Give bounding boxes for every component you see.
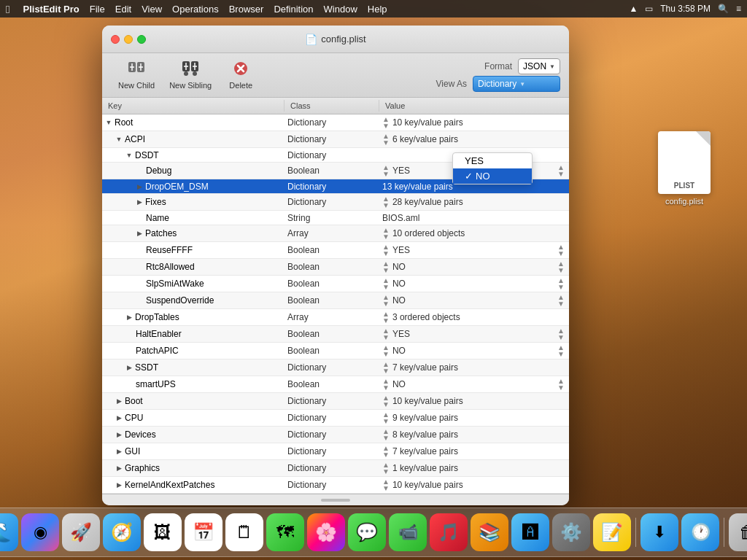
- table-row[interactable]: Rtc8AllowedBoolean▲▼NO▲▼: [102, 259, 569, 276]
- dock-preferences[interactable]: ⚙️: [552, 513, 590, 551]
- close-button[interactable]: [111, 35, 120, 44]
- dock-facetime[interactable]: 📹: [389, 513, 427, 551]
- disclosure-triangle[interactable]: ▶: [125, 364, 133, 371]
- format-select[interactable]: JSON ▼: [518, 58, 560, 74]
- stepper-control[interactable]: ▲▼: [382, 378, 390, 391]
- menu-operations[interactable]: Operations: [172, 4, 219, 15]
- disclosure-triangle[interactable]: ▶: [136, 230, 143, 237]
- dock-photos-app[interactable]: 🖼: [144, 513, 182, 551]
- table-row[interactable]: ▶GraphicsDictionary▲▼1 key/value pairs: [102, 460, 569, 477]
- disclosure-triangle[interactable]: ▶: [115, 431, 123, 438]
- dock-reminders[interactable]: 🗒: [225, 513, 263, 551]
- right-stepper[interactable]: ▲▼: [557, 244, 565, 257]
- maximize-button[interactable]: [137, 35, 146, 44]
- right-stepper[interactable]: ▲▼: [557, 260, 565, 273]
- disclosure-triangle[interactable]: ▶: [115, 397, 123, 405]
- dock-finder[interactable]: 🌊: [0, 513, 18, 551]
- right-stepper[interactable]: ▲▼: [557, 327, 565, 341]
- menu-definition[interactable]: Definition: [274, 4, 313, 15]
- menu-file[interactable]: File: [90, 4, 105, 15]
- boolean-dropdown[interactable]: YES ✓ NO: [452, 152, 533, 184]
- dock-maps[interactable]: 🗺: [266, 513, 304, 551]
- stepper-control[interactable]: ▲▼: [382, 227, 390, 240]
- table-row[interactable]: ▶DropTablesArray▲▼3 ordered objects: [102, 309, 569, 326]
- table-row[interactable]: NameStringBIOS.aml: [102, 211, 569, 225]
- table-row[interactable]: ▼ACPIDictionary▲▼6 key/value pairs: [102, 131, 569, 148]
- right-stepper[interactable]: ▲▼: [557, 294, 565, 307]
- dock-calendar[interactable]: 📅: [185, 513, 222, 551]
- stepper-control[interactable]: ▲▼: [382, 445, 390, 458]
- dock-music[interactable]: 🎵: [430, 513, 468, 551]
- table-row[interactable]: ▶CPUDictionary▲▼9 key/value pairs: [102, 410, 569, 427]
- dock-appstore2[interactable]: ⬇: [640, 513, 678, 551]
- disclosure-triangle[interactable]: ▶: [136, 198, 143, 206]
- stepper-control[interactable]: ▲▼: [382, 244, 390, 257]
- disclosure-triangle[interactable]: ▶: [125, 314, 133, 321]
- dropdown-yes[interactable]: YES: [453, 153, 532, 168]
- stepper-control[interactable]: ▲▼: [382, 294, 390, 307]
- dock-safari[interactable]: 🧭: [103, 513, 141, 551]
- stepper-control[interactable]: ▲▼: [382, 260, 390, 273]
- view-as-select[interactable]: Dictionary ▼: [473, 76, 560, 92]
- dock-appstore[interactable]: 🅰: [511, 513, 549, 551]
- stepper-control[interactable]: ▲▼: [382, 478, 390, 491]
- dock-notes[interactable]: 📝: [593, 513, 631, 551]
- table-row[interactable]: smartUPSBoolean▲▼NO▲▼: [102, 376, 569, 393]
- app-name[interactable]: PlistEdit Pro: [23, 4, 79, 15]
- minimize-button[interactable]: [124, 35, 133, 44]
- stepper-control[interactable]: ▲▼: [382, 133, 390, 146]
- table-row[interactable]: ▶GUIDictionary▲▼7 key/value pairs: [102, 443, 569, 460]
- right-stepper[interactable]: ▲▼: [557, 344, 565, 357]
- tree-content[interactable]: ▼RootDictionary▲▼10 key/value pairs▼ACPI…: [102, 114, 569, 494]
- table-row[interactable]: ▼RootDictionary▲▼10 key/value pairs: [102, 114, 569, 131]
- disclosure-triangle[interactable]: ▶: [115, 448, 123, 455]
- disclosure-triangle[interactable]: ▶: [115, 414, 123, 421]
- table-row[interactable]: ReuseFFFFBoolean▲▼YES▲▼: [102, 242, 569, 259]
- menu-icon[interactable]: ≡: [736, 4, 741, 14]
- stepper-control[interactable]: ▲▼: [382, 327, 390, 341]
- dock-books[interactable]: 📚: [471, 513, 508, 551]
- new-sibling-button[interactable]: New Sibling: [162, 58, 219, 93]
- disclosure-triangle[interactable]: ▶: [136, 183, 143, 190]
- dropdown-no[interactable]: ✓ NO: [453, 168, 532, 184]
- disclosure-triangle[interactable]: ▼: [125, 152, 133, 159]
- table-row[interactable]: ▶FixesDictionary▲▼28 key/value pairs: [102, 194, 569, 211]
- table-row[interactable]: PatchAPICBoolean▲▼NO▲▼: [102, 343, 569, 359]
- dock-trash[interactable]: 🗑: [729, 513, 747, 551]
- table-row[interactable]: SlpSmiAtWakeBoolean▲▼NO▲▼: [102, 276, 569, 292]
- menu-browser[interactable]: Browser: [229, 4, 264, 15]
- apple-menu[interactable]: : [6, 3, 9, 15]
- table-row[interactable]: HaltEnablerBoolean▲▼YES▲▼: [102, 326, 569, 343]
- table-row[interactable]: SuspendOverrideBoolean▲▼NO▲▼: [102, 292, 569, 309]
- table-row[interactable]: ▶SSDTDictionary▲▼7 key/value pairs: [102, 359, 569, 376]
- right-stepper[interactable]: ▲▼: [557, 277, 565, 290]
- menu-edit[interactable]: Edit: [115, 4, 131, 15]
- table-row[interactable]: ▶PatchesArray▲▼10 ordered objects: [102, 225, 569, 242]
- menu-window[interactable]: Window: [324, 4, 357, 15]
- new-child-button[interactable]: New Child: [111, 58, 162, 93]
- stepper-control[interactable]: ▲▼: [382, 311, 390, 324]
- stepper-control[interactable]: ▲▼: [382, 344, 390, 357]
- disclosure-triangle[interactable]: ▶: [115, 481, 123, 489]
- dock-launchpad[interactable]: 🚀: [62, 513, 100, 551]
- table-row[interactable]: ▶KernelAndKextPatchesDictionary▲▼10 key/…: [102, 477, 569, 494]
- stepper-control[interactable]: ▲▼: [382, 361, 390, 374]
- stepper-control[interactable]: ▲▼: [382, 394, 390, 408]
- table-row[interactable]: ▶BootDictionary▲▼10 key/value pairs: [102, 393, 569, 410]
- stepper-control[interactable]: ▲▼: [382, 195, 390, 209]
- disclosure-triangle[interactable]: ▼: [115, 136, 123, 143]
- delete-button[interactable]: Delete: [219, 58, 263, 93]
- stepper-control[interactable]: ▲▼: [382, 164, 390, 177]
- dock-photos[interactable]: 🌸: [307, 513, 345, 551]
- dock-screentime[interactable]: 🕐: [681, 513, 719, 551]
- stepper-control[interactable]: ▲▼: [382, 462, 390, 475]
- dock-messages[interactable]: 💬: [348, 513, 386, 551]
- desktop-file[interactable]: PLIST config.plist: [658, 131, 711, 206]
- disclosure-triangle[interactable]: ▶: [115, 464, 123, 472]
- search-icon[interactable]: 🔍: [718, 4, 729, 14]
- right-stepper[interactable]: ▲▼: [557, 164, 565, 177]
- table-row[interactable]: ▶DevicesDictionary▲▼8 key/value pairs: [102, 427, 569, 443]
- menu-help[interactable]: Help: [368, 4, 387, 15]
- stepper-control[interactable]: ▲▼: [382, 411, 390, 424]
- right-stepper[interactable]: ▲▼: [557, 378, 565, 391]
